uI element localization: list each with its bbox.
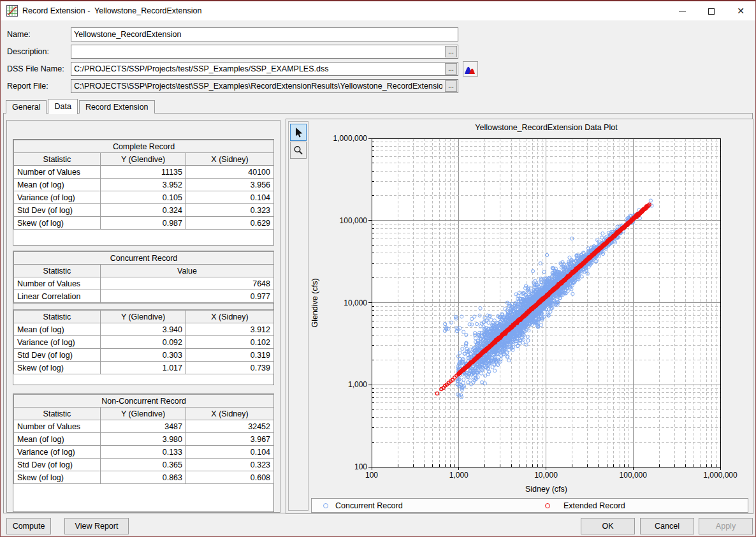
statistic-cell: Number of Values — [14, 420, 101, 433]
tab-general[interactable]: General — [6, 100, 47, 114]
report-file-field: ... — [71, 79, 458, 93]
report-file-label: Report File: — [7, 79, 48, 93]
statistic-cell: Mean (of log) — [14, 323, 101, 336]
table-row: Number of Values348732452 — [14, 420, 274, 433]
value-cell: 0.092 — [101, 336, 186, 349]
value-cell: 0.629 — [186, 217, 274, 230]
value-cell: 3.940 — [101, 323, 186, 336]
column-header: X (Sidney) — [186, 408, 274, 420]
svg-text:100: 100 — [365, 471, 378, 480]
dss-file-input[interactable] — [71, 63, 458, 75]
report-file-input[interactable] — [71, 80, 458, 92]
magnifier-icon — [293, 145, 303, 156]
column-header: Statistic — [14, 311, 101, 323]
value-cell: 0.977 — [101, 290, 274, 303]
svg-text:10,000: 10,000 — [344, 298, 367, 307]
concurrent-summary-table: Concurrent RecordStatisticValueNumber of… — [13, 251, 274, 303]
pointer-arrow-icon — [294, 127, 303, 138]
maximize-button[interactable] — [697, 1, 726, 20]
value-cell: 0.105 — [101, 191, 186, 204]
zoom-tool-button[interactable] — [290, 142, 307, 159]
legend-label-concurrent: Concurrent Record — [335, 499, 403, 513]
table-row: Std Dev (of log)0.3030.319 — [14, 349, 274, 362]
column-header: Statistic — [14, 265, 101, 277]
table-row: Std Dev (of log)0.3650.323 — [14, 459, 274, 471]
value-cell: 0.608 — [186, 471, 274, 484]
apply-button[interactable]: Apply — [699, 518, 753, 534]
column-header: X (Sidney) — [186, 311, 274, 323]
table-spacer — [13, 303, 273, 310]
svg-text:1,000: 1,000 — [348, 380, 367, 389]
svg-text:100,000: 100,000 — [340, 216, 368, 225]
dss-browse-button[interactable]: ... — [445, 63, 457, 75]
close-button[interactable]: ✕ — [726, 1, 755, 20]
value-cell: 3.980 — [101, 433, 186, 446]
statistic-cell: Skew (of log) — [14, 471, 101, 484]
tab-strip: General Data Record Extension — [6, 98, 156, 114]
name-field — [71, 27, 458, 41]
svg-text:10,000: 10,000 — [534, 471, 558, 480]
value-cell: 3.952 — [101, 179, 186, 191]
description-label: Description: — [7, 45, 49, 59]
non-concurrent-record-block: Non-Concurrent RecordStatisticY (Glendiv… — [13, 394, 274, 512]
name-input[interactable] — [71, 28, 458, 41]
value-cell: 0.104 — [186, 446, 274, 459]
value-cell: 3487 — [101, 420, 186, 433]
statistic-cell: Std Dev (of log) — [14, 349, 101, 362]
cancel-button[interactable]: Cancel — [640, 518, 694, 534]
statistic-cell: Std Dev (of log) — [14, 204, 101, 217]
table-title: Complete Record — [14, 140, 274, 153]
plot-legend: Concurrent Record Extended Record — [311, 498, 748, 513]
compute-button[interactable]: Compute — [6, 518, 51, 534]
close-icon: ✕ — [737, 6, 745, 16]
value-cell: 0.323 — [186, 459, 274, 471]
description-input[interactable] — [71, 45, 458, 58]
table-row: Number of Values7648 — [14, 277, 274, 290]
svg-text:100,000: 100,000 — [620, 471, 648, 480]
column-header: Y (Glendive) — [101, 408, 186, 420]
plot-panel: Yellowstone_RecordExtension Data Plot 10… — [286, 119, 753, 514]
value-cell: 1.017 — [101, 362, 186, 374]
table-title: Non-Concurrent Record — [14, 395, 274, 408]
value-cell: 0.319 — [186, 349, 274, 362]
value-cell: 0.739 — [186, 362, 274, 374]
table-row: Mean (of log)3.9523.956 — [14, 179, 274, 191]
tab-data[interactable]: Data — [48, 99, 77, 114]
view-report-button[interactable]: View Report — [64, 518, 129, 534]
value-cell: 0.365 — [101, 459, 186, 471]
statistic-cell: Mean (of log) — [14, 433, 101, 446]
dss-plot-button[interactable] — [463, 61, 478, 77]
statistic-cell: Std Dev (of log) — [14, 459, 101, 471]
value-cell: 3.956 — [186, 179, 274, 191]
ok-button[interactable]: OK — [581, 518, 635, 534]
column-header: Value — [101, 265, 274, 277]
value-cell: 0.323 — [186, 204, 274, 217]
value-cell: 0.303 — [101, 349, 186, 362]
value-cell: 0.324 — [101, 204, 186, 217]
table-title: Concurrent Record — [14, 252, 274, 265]
value-cell: 0.987 — [101, 217, 186, 230]
column-header: Statistic — [14, 408, 101, 420]
svg-text:1,000,000: 1,000,000 — [703, 471, 738, 480]
legend-marker-extended — [545, 503, 550, 508]
statistic-cell: Linear Correlation — [14, 290, 101, 303]
report-browse-button[interactable]: ... — [445, 80, 457, 92]
tab-record-extension[interactable]: Record Extension — [79, 100, 155, 114]
titlebar: Record Extension - Yellowstone_RecordExt… — [1, 1, 755, 20]
value-cell: 0.863 — [101, 471, 186, 484]
legend-label-extended: Extended Record — [563, 499, 625, 513]
value-cell: 32452 — [186, 420, 274, 433]
pointer-tool-button[interactable] — [290, 124, 307, 141]
column-header: Statistic — [14, 153, 101, 166]
minimize-button[interactable] — [667, 1, 697, 20]
value-cell: 7648 — [101, 277, 274, 290]
minimize-icon — [679, 11, 686, 11]
description-browse-button[interactable]: ... — [445, 46, 457, 57]
column-header: Y (Glendive) — [101, 153, 186, 166]
svg-text:1,000,000: 1,000,000 — [333, 134, 368, 143]
table-row: Linear Correlation0.977 — [14, 290, 274, 303]
value-cell: 0.102 — [186, 336, 274, 349]
statistic-cell: Variance (of log) — [14, 336, 101, 349]
scatter-plot[interactable]: Yellowstone_RecordExtension Data Plot 10… — [309, 119, 754, 513]
dss-file-label: DSS File Name: — [7, 62, 64, 76]
